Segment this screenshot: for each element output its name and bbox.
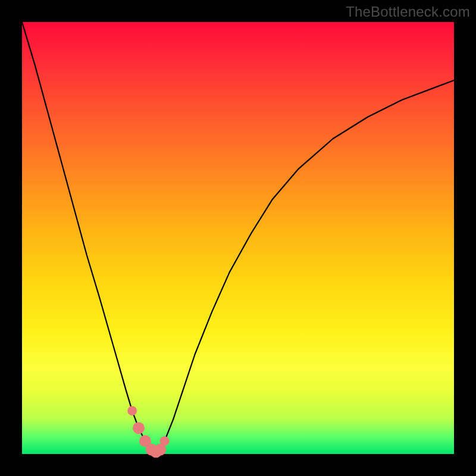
plot-area	[22, 22, 454, 454]
bottleneck-curve	[22, 22, 454, 452]
valley-marker	[127, 406, 137, 415]
valley-markers	[127, 406, 169, 458]
chart-frame: TheBottleneck.com	[0, 0, 476, 476]
valley-marker	[133, 422, 145, 434]
curve-svg	[22, 22, 454, 454]
watermark-text: TheBottleneck.com	[346, 4, 470, 20]
valley-marker	[160, 436, 170, 446]
